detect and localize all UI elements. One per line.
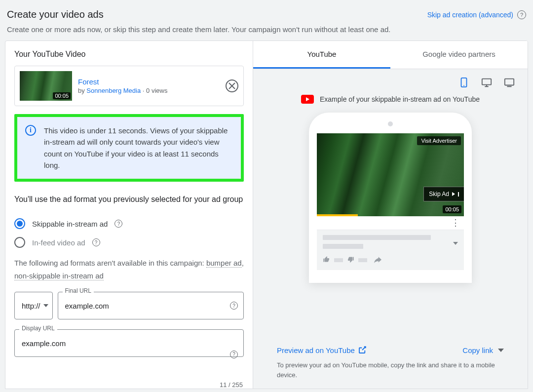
skip-ad-creation-link[interactable]: Skip ad creation (advanced)	[427, 11, 513, 19]
help-icon[interactable]: ?	[92, 238, 100, 246]
more-options-icon[interactable]: ⋮	[317, 216, 464, 230]
info-highlight: i This video is under 11 seconds. Views …	[14, 114, 244, 182]
unavailable-formats-text: The following ad formats aren't availabl…	[14, 257, 244, 282]
ad-progress-bar	[317, 214, 358, 216]
chevron-down-icon	[43, 304, 48, 307]
thumbs-down-icon[interactable]	[347, 256, 354, 265]
radio-icon	[14, 218, 25, 229]
skip-ad-button[interactable]: Skip Ad	[423, 187, 464, 201]
help-icon[interactable]: ?	[230, 302, 238, 310]
info-message: This video is under 11 seconds. Views of…	[44, 125, 233, 171]
svg-point-1	[463, 85, 464, 86]
views-sep: ·	[141, 87, 146, 94]
channel-link[interactable]: Sonnenberg Media	[86, 87, 141, 94]
display-url-char-count: 11 / 255	[14, 381, 244, 389]
page-subtitle: Create one or more ads now, or skip this…	[7, 25, 526, 34]
by-prefix: by	[78, 87, 86, 94]
help-icon[interactable]: ?	[114, 220, 122, 228]
video-card: 00:05 Forest by Sonnenberg Media · 0 vie…	[14, 66, 244, 106]
final-url-label: Final URL	[63, 287, 94, 294]
thumbnail-duration: 00:05	[53, 92, 71, 99]
display-url-input[interactable]	[14, 329, 244, 357]
unavailable-prefix: The following ad formats aren't availabl…	[14, 259, 206, 267]
phone-preview-frame: Visit Advertiser Skip Ad 00:05 ⋮	[309, 113, 472, 283]
preview-caption: Example of your skippable in-stream ad o…	[320, 95, 480, 103]
protocol-select[interactable]: http://	[14, 292, 53, 319]
chevron-down-icon[interactable]	[453, 242, 458, 245]
preview-help-text: To preview your ad on YouTube mobile, co…	[277, 360, 504, 380]
tab-youtube[interactable]: YouTube	[253, 41, 390, 69]
info-icon: i	[25, 125, 36, 136]
svg-rect-2	[482, 79, 491, 85]
video-player-preview: Visit Advertiser Skip Ad 00:05	[317, 133, 464, 216]
tab-google-video-partners[interactable]: Google video partners	[390, 41, 528, 69]
visit-advertiser-overlay[interactable]: Visit Advertiser	[417, 136, 461, 145]
svg-rect-3	[505, 79, 514, 85]
radio-in-feed-video[interactable]: In-feed video ad ?	[14, 233, 244, 252]
protocol-value: http://	[22, 302, 40, 310]
preview-link-label: Preview ad on YouTube	[277, 346, 355, 354]
play-next-icon	[458, 192, 459, 196]
radio-label: In-feed video ad	[32, 238, 85, 247]
radio-skippable-in-stream[interactable]: Skippable in-stream ad ?	[14, 214, 244, 233]
ad-format-heading: You'll use the ad format you previously …	[14, 194, 244, 205]
radio-icon	[14, 237, 25, 248]
copy-link-dropdown[interactable]: Copy link	[462, 346, 504, 354]
phone-speaker-icon	[388, 121, 393, 126]
placeholder-line	[323, 235, 431, 240]
help-icon[interactable]: ?	[230, 351, 238, 358]
display-url-label: Display URL	[19, 325, 57, 332]
preview-on-youtube-link[interactable]: Preview ad on YouTube	[277, 346, 367, 354]
placeholder-line	[323, 244, 363, 249]
help-icon[interactable]: ?	[517, 10, 526, 19]
share-icon[interactable]	[374, 256, 381, 265]
placeholder-line	[358, 258, 367, 262]
page-title: Create your video ads	[7, 9, 104, 20]
non-skippable-tooltip[interactable]: non-skippable in-stream ad	[14, 272, 104, 280]
youtube-icon	[301, 95, 314, 104]
player-duration: 00:05	[443, 205, 461, 213]
remove-video-button[interactable]	[226, 79, 238, 92]
copy-link-label: Copy link	[462, 346, 493, 354]
your-video-heading: Your YouTube Video	[14, 50, 244, 59]
device-mobile-icon[interactable]	[457, 77, 470, 88]
video-thumbnail[interactable]: 00:05	[20, 71, 72, 101]
placeholder-line	[334, 258, 343, 262]
unavailable-sep: ,	[242, 259, 244, 267]
final-url-input[interactable]	[58, 292, 244, 319]
device-desktop-icon[interactable]	[480, 77, 493, 88]
radio-label: Skippable in-stream ad	[32, 220, 108, 228]
bumper-ad-tooltip[interactable]: bumper ad	[206, 259, 242, 268]
thumbs-up-icon[interactable]	[323, 256, 330, 265]
skip-ad-label: Skip Ad	[429, 191, 449, 197]
video-byline: by Sonnenberg Media · 0 views	[78, 87, 220, 94]
view-count: 0 views	[146, 87, 167, 94]
external-link-icon	[358, 346, 367, 354]
video-title-link[interactable]: Forest	[78, 78, 220, 86]
play-next-icon	[452, 192, 455, 196]
device-tv-icon[interactable]	[503, 77, 516, 88]
chevron-down-icon	[498, 349, 504, 352]
